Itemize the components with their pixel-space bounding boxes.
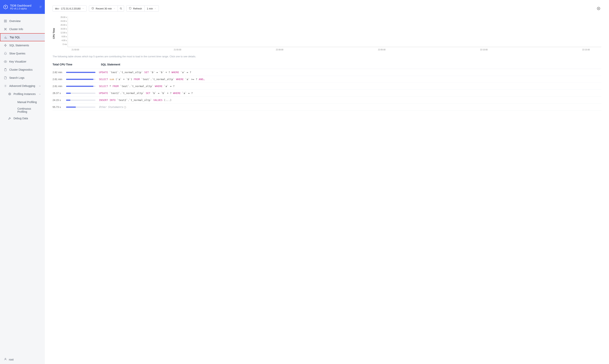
zoom-out-button[interactable] bbox=[118, 5, 124, 12]
svg-point-34 bbox=[598, 8, 599, 9]
svg-line-15 bbox=[5, 29, 5, 30]
sidebar-item-label: Overview bbox=[9, 19, 41, 23]
user-label: root bbox=[9, 358, 14, 361]
x-axis-ticks: 21:50:0021:55:0022:00:0022:05:0022:10:00… bbox=[68, 49, 601, 51]
cpu-time-chart[interactable]: CPU Time 28.00 s24.00 s20.00 s16.00 s12.… bbox=[53, 16, 601, 51]
info-text: The following table shows which top 5 qu… bbox=[53, 55, 601, 58]
wrench-icon bbox=[8, 117, 11, 120]
clipboard-icon bbox=[4, 68, 7, 71]
instance-select[interactable]: tikv - 172.31.6.2:20160 bbox=[53, 5, 86, 12]
document-icon bbox=[4, 76, 7, 79]
sidebar-item-label: Profiling Instances bbox=[14, 92, 36, 95]
refresh-label: Refresh bbox=[133, 7, 142, 10]
target-icon bbox=[8, 92, 11, 95]
sql-cell: Other Statements? bbox=[99, 105, 601, 108]
svg-line-32 bbox=[121, 9, 122, 10]
sql-cell: UPDATE `test2`.`t_normal_oltp` SET `b` =… bbox=[99, 92, 601, 95]
chevron-up-icon bbox=[39, 85, 41, 87]
refresh-interval-label: 1 min bbox=[147, 7, 153, 10]
refresh-icon bbox=[129, 7, 132, 10]
sidebar-item-label: Debug Data bbox=[14, 117, 41, 120]
sidebar-item-overview[interactable]: Overview bbox=[0, 17, 45, 25]
table-row[interactable]: 2.61 minSELECT sum (`a` + `b`) FROM `tes… bbox=[53, 76, 601, 83]
svg-line-13 bbox=[5, 28, 5, 29]
cpu-time-cell: 2.61 min bbox=[53, 78, 66, 81]
table-row[interactable]: 24.15 sINSERT INTO `test2`.`t_normal_olt… bbox=[53, 97, 601, 104]
grid-icon bbox=[4, 19, 7, 23]
sidebar-item-label: Continuous Profiling bbox=[17, 107, 41, 113]
app-subtitle: PD v6.1.0-alpha bbox=[10, 7, 31, 10]
table-row[interactable]: 2.82 minUPDATE `test`.`t_normal_oltp` SE… bbox=[53, 69, 601, 76]
y-tick: 8.00 s bbox=[57, 36, 67, 38]
sidebar-item-label: Top SQL bbox=[10, 36, 41, 39]
x-tick: 22:00:00 bbox=[276, 49, 283, 51]
table-row[interactable]: 55.73 sOther Statements? bbox=[53, 104, 601, 111]
sidebar-item-search-logs[interactable]: Search Logs bbox=[0, 74, 45, 82]
table-row[interactable]: 2.61 minSELECT * FROM `test`.`t_normal_o… bbox=[53, 83, 601, 90]
svg-marker-21 bbox=[4, 44, 7, 47]
sidebar-item-sql-statements[interactable]: SQL Statements bbox=[0, 41, 45, 49]
help-icon[interactable]: ? bbox=[124, 106, 126, 108]
refresh-button[interactable]: Refresh bbox=[126, 5, 145, 12]
chevron-down-icon bbox=[82, 7, 84, 10]
y-tick: 16.00 s bbox=[57, 28, 67, 30]
refresh-interval-select[interactable]: 1 min bbox=[145, 5, 159, 12]
chevron-down-icon bbox=[154, 7, 156, 10]
x-tick: 21:55:00 bbox=[174, 49, 181, 51]
y-tick: 28.00 s bbox=[57, 16, 67, 18]
sidebar-item-label: Manual Profiling bbox=[17, 101, 41, 104]
nav: OverviewCluster InfoTop SQLSQL Statement… bbox=[0, 14, 45, 355]
time-range-select[interactable]: Recent 30 min bbox=[89, 5, 118, 12]
col-header-sql: SQL Statement bbox=[101, 63, 601, 66]
sql-cell: SELECT * FROM `test`.`t_normal_oltp` WHE… bbox=[99, 85, 601, 88]
time-range-group: Recent 30 min bbox=[89, 5, 124, 12]
top-sql-table: Total CPU Time SQL Statement 2.82 minUPD… bbox=[53, 60, 601, 111]
sql-cell: UPDATE `test`.`t_normal_oltp` SET `b` = … bbox=[99, 71, 601, 74]
refresh-group: Refresh 1 min bbox=[126, 5, 159, 12]
sidebar-item-continuous-profiling[interactable]: Continuous Profiling bbox=[0, 106, 45, 114]
sidebar-item-advanced-debugging[interactable]: Advanced Debugging bbox=[0, 82, 45, 90]
cpu-bar-cell bbox=[66, 106, 99, 108]
user-icon bbox=[4, 358, 7, 361]
sql-cell: INSERT INTO `test2`.`t_normal_oltp` VALU… bbox=[99, 99, 601, 102]
settings-button[interactable] bbox=[596, 6, 601, 11]
y-axis-label: CPU Time bbox=[53, 28, 55, 39]
sidebar-item-cluster-info[interactable]: Cluster Info bbox=[0, 25, 45, 33]
sidebar-item-label: Search Logs bbox=[9, 76, 41, 79]
cpu-bar-cell bbox=[66, 100, 99, 101]
x-tick: 22:15:00 bbox=[582, 49, 590, 51]
svg-point-22 bbox=[5, 61, 6, 62]
sidebar: TiDB Dashboard PD v6.1.0-alpha OverviewC… bbox=[0, 0, 45, 364]
x-tick: 21:50:00 bbox=[72, 49, 79, 51]
svg-line-16 bbox=[5, 29, 6, 30]
cpu-time-cell: 55.73 s bbox=[53, 105, 66, 108]
table-header: Total CPU Time SQL Statement bbox=[53, 60, 601, 69]
collapse-sidebar-button[interactable] bbox=[39, 5, 42, 9]
y-tick: 12.00 s bbox=[57, 32, 67, 34]
clock-icon bbox=[91, 7, 94, 10]
sidebar-item-key-visualizer[interactable]: Key Visualizer bbox=[0, 57, 45, 66]
sidebar-item-label: SQL Statements bbox=[9, 44, 41, 47]
x-tick: 22:10:00 bbox=[480, 49, 488, 51]
svg-point-29 bbox=[5, 358, 6, 359]
table-row[interactable]: 26.37 sUPDATE `test2`.`t_normal_oltp` SE… bbox=[53, 90, 601, 97]
sidebar-item-label: Key Visualizer bbox=[9, 60, 41, 63]
cpu-time-cell: 2.61 min bbox=[53, 85, 66, 88]
cluster-icon bbox=[4, 28, 7, 31]
svg-rect-4 bbox=[4, 20, 5, 21]
sidebar-user[interactable]: root bbox=[0, 355, 45, 364]
sidebar-item-label: Cluster Diagnostics bbox=[9, 68, 41, 71]
cpu-bar-cell bbox=[66, 86, 99, 87]
instance-select-label: tikv - 172.31.6.2:20160 bbox=[55, 7, 81, 10]
sidebar-item-debug-data[interactable]: Debug Data bbox=[0, 114, 45, 122]
cpu-time-cell: 26.37 s bbox=[53, 92, 66, 95]
eye-icon bbox=[4, 60, 7, 63]
sidebar-item-cluster-diagnostics[interactable]: Cluster Diagnostics bbox=[0, 66, 45, 74]
col-header-cpu: Total CPU Time bbox=[53, 63, 101, 66]
sidebar-item-slow-queries[interactable]: Slow Queries bbox=[0, 49, 45, 57]
sidebar-item-manual-profiling[interactable]: Manual Profiling bbox=[0, 98, 45, 106]
cpu-time-cell: 2.82 min bbox=[53, 71, 66, 74]
y-tick: 20.00 s bbox=[57, 24, 67, 26]
sidebar-item-top-sql[interactable]: Top SQL bbox=[0, 33, 45, 41]
sidebar-item-profiling-instances[interactable]: Profiling Instances bbox=[0, 90, 45, 98]
